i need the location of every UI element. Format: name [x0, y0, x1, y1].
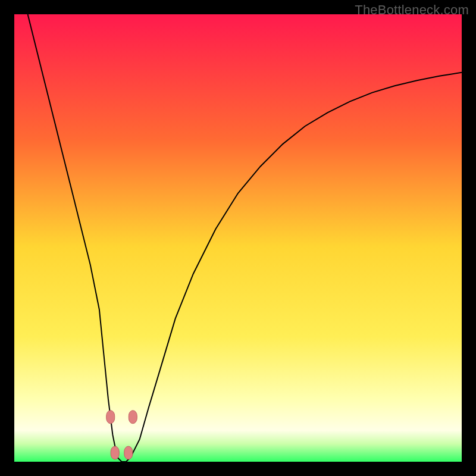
watermark-text: TheBottleneck.com: [355, 2, 469, 18]
chart-frame: [14, 14, 462, 462]
bottleneck-chart: [14, 14, 462, 462]
curve-marker: [124, 446, 133, 459]
curve-marker: [129, 411, 137, 424]
curve-marker: [111, 446, 119, 459]
gradient-background: [14, 14, 462, 462]
curve-marker: [107, 411, 115, 424]
